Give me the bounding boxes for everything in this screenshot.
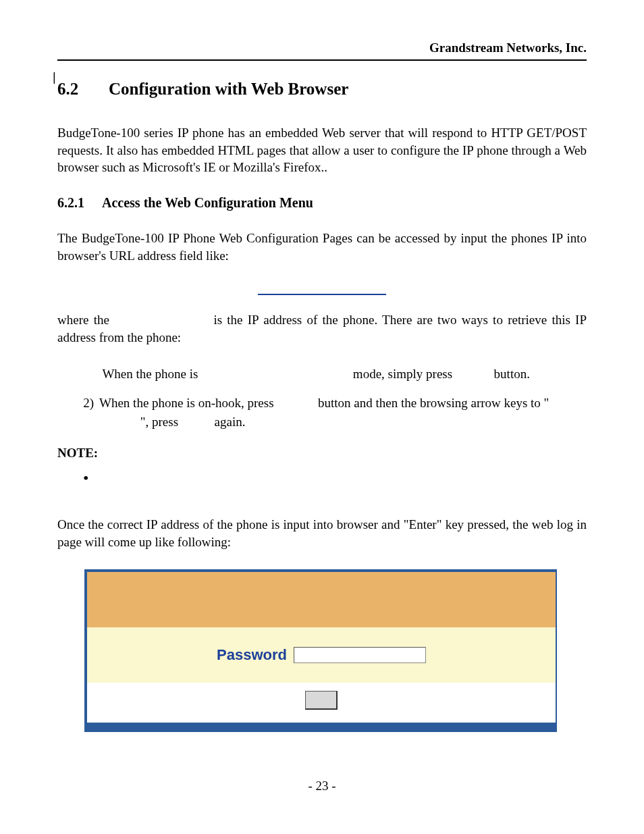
subsection-p3: Once the correct IP address of the phone… [57, 516, 587, 550]
page-number: - 23 - [0, 779, 644, 793]
subsection-heading: 6.2.1Access the Web Configuration Menu [57, 195, 587, 211]
url-underline [258, 283, 386, 295]
li1-b: mode, simply press [353, 367, 452, 381]
section-title: Configuration with Web Browser [109, 80, 348, 98]
text-cursor: | [53, 70, 56, 84]
login-panel: Password [84, 569, 557, 732]
li1-c: button. [494, 367, 530, 381]
header-company: Grandstream Networks, Inc. [57, 41, 587, 55]
note-label: NOTE: [57, 446, 587, 461]
section-number: 6.2 [57, 80, 109, 99]
subsection-number: 6.2.1 [57, 195, 102, 211]
li2-a: When the phone is on-hook, press [99, 396, 274, 410]
numbered-list: 1) When the phone is mode, simply press … [57, 365, 587, 432]
login-form-row: Password [87, 627, 556, 683]
password-input[interactable] [294, 647, 426, 663]
p2-post: is the IP address of the phone. There ar… [57, 313, 587, 344]
li2-d: again. [215, 415, 246, 429]
subsection-p1: The BudgeTone-100 IP Phone Web Configura… [57, 230, 587, 264]
header-rule [57, 59, 587, 61]
li2-c: ", press [140, 415, 178, 429]
list-item-2: 2)When the phone is on-hook, press butto… [57, 394, 587, 432]
subsection-title: Access the Web Configuration Menu [102, 195, 313, 210]
li2-b: button and then the browsing arrow keys … [318, 396, 549, 410]
login-footer-bar [87, 723, 556, 732]
section-intro: BudgeTone-100 series IP phone has an emb… [57, 124, 587, 176]
subsection-p2: where the is the IP address of the phone… [57, 311, 587, 346]
login-header-bar [87, 572, 556, 627]
li1-a: When the phone is [102, 367, 198, 381]
list-item-1: 1) When the phone is mode, simply press … [57, 365, 587, 384]
password-label: Password [217, 646, 287, 663]
section-heading: 6.2Configuration with Web Browser [57, 80, 587, 99]
login-button-row [87, 683, 556, 723]
note-bullet: • [83, 470, 587, 486]
li2-mark: 2) [74, 394, 94, 413]
login-button[interactable] [305, 691, 338, 710]
p2-pre: where the [57, 313, 109, 327]
